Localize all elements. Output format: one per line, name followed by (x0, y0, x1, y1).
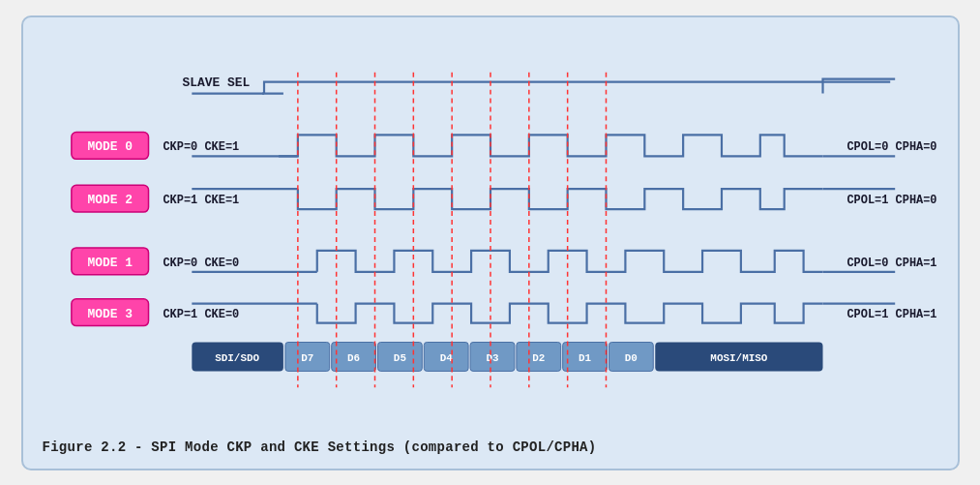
mode0-right: CPOL=0 CPHA=0 (846, 140, 936, 154)
diagram-area: SLAVE SEL MODE 0 CKP=0 CKE=1 CPOL=0 CPHA… (43, 35, 938, 432)
mode3-right: CPOL=1 CPHA=1 (846, 307, 936, 320)
sdi-sdo-label: SDI/SDO (215, 352, 259, 364)
d1-label: D1 (579, 352, 592, 364)
mosi-miso-label: MOSI/MISO (710, 352, 768, 364)
d0-label: D0 (624, 352, 637, 364)
mode1-badge: MODE 1 (87, 255, 133, 269)
mode3-params: CKP=1 CKE=0 (163, 307, 239, 320)
mode3-badge: MODE 3 (87, 306, 133, 320)
d3-label: D3 (486, 352, 499, 364)
d6-label: D6 (347, 352, 360, 364)
d5-label: D5 (393, 352, 405, 364)
mode1-right: CPOL=0 CPHA=1 (846, 256, 936, 269)
mode0-badge: MODE 0 (87, 139, 133, 154)
mode2-params: CKP=1 CKE=1 (163, 194, 239, 207)
d2-label: D2 (532, 352, 545, 364)
slave-sel-label: SLAVE SEL (182, 75, 250, 89)
d7-label: D7 (301, 352, 313, 364)
mode2-badge: MODE 2 (87, 193, 133, 207)
d4-label: D4 (439, 352, 453, 364)
mode1-params: CKP=0 CKE=0 (163, 256, 239, 269)
mode2-right: CPOL=1 CPHA=0 (846, 194, 936, 207)
diagram-container: SLAVE SEL MODE 0 CKP=0 CKE=1 CPOL=0 CPHA… (21, 15, 960, 470)
diagram-svg: SLAVE SEL MODE 0 CKP=0 CKE=1 CPOL=0 CPHA… (43, 35, 938, 432)
figure-caption: Figure 2.2 - SPI Mode CKP and CKE Settin… (43, 440, 938, 455)
mode0-params: CKP=0 CKE=1 (163, 140, 239, 154)
